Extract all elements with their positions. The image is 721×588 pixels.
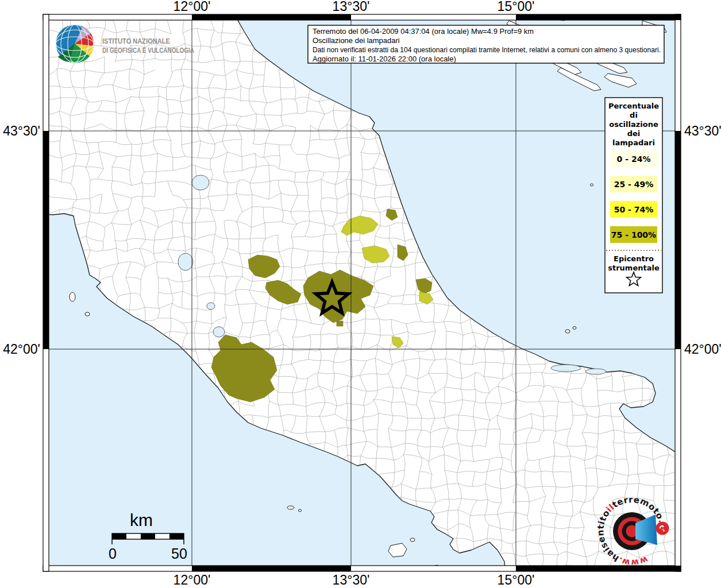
- legend-label-75-100: 75 - 100%: [611, 230, 656, 239]
- axis-top-1330: 13°30': [333, 0, 370, 14]
- legend-epicenter-2: strumentale: [608, 264, 660, 272]
- axis-bottom-1330: 13°30': [333, 572, 370, 587]
- legend-title-2: di: [630, 111, 638, 119]
- legend: Percentuale di oscillazione dei lampadar…: [605, 98, 662, 293]
- axis-bottom-15: 15°00': [498, 572, 535, 587]
- legend-label-25-49: 25 - 49%: [614, 180, 654, 189]
- title-line-4: Aggiornato il: 11-01-2026 22:00 (ora loc…: [313, 55, 456, 63]
- legend-label-0-24: 0 - 24%: [617, 154, 651, 164]
- title-line-1: Terremoto del 06-04-2009 04:37:04 (ora l…: [313, 27, 534, 36]
- axis-left-4330: 43°30': [3, 123, 40, 138]
- title-box: Terremoto del 06-04-2009 04:37:04 (ora l…: [308, 25, 664, 63]
- map-canvas: 12°00' 13°30' 15°00' 12°00' 13°30' 15°00…: [0, 0, 721, 588]
- legend-title-5: lampadari: [612, 138, 655, 147]
- scale-bar-end: 50: [171, 546, 187, 562]
- legend-label-50-74: 50 - 74%: [614, 205, 654, 214]
- ingv-name-line-1: ISTITUTO NAZIONALE: [102, 37, 170, 45]
- legend-title-1: Percentuale: [608, 102, 659, 110]
- axis-right-4330: 43°30': [684, 123, 721, 138]
- axis-top-12: 12°00': [173, 0, 211, 14]
- legend-title-4: dei: [627, 129, 641, 138]
- earthquake-intensity-map-page: 12°00' 13°30' 15°00' 12°00' 13°30' 15°00…: [0, 0, 721, 588]
- axis-right-42: 42°00': [684, 342, 721, 357]
- scale-bar-unit: km: [130, 510, 153, 529]
- scale-bar-start: 0: [109, 546, 117, 562]
- axis-left-42: 42°00': [3, 342, 40, 357]
- title-line-2: Oscillazione dei lampadari: [313, 36, 400, 45]
- axis-bottom-12: 12°00': [173, 572, 211, 587]
- ingv-name-line-2: DI GEOFISICA E VULCANOLOGIA: [102, 47, 194, 55]
- legend-title-3: oscillazione: [609, 120, 658, 129]
- title-line-3: Dati non verificati estratti da 104 ques…: [313, 45, 661, 54]
- legend-epicenter-1: Epicentro: [614, 254, 654, 263]
- axis-top-15: 15°00': [498, 0, 535, 14]
